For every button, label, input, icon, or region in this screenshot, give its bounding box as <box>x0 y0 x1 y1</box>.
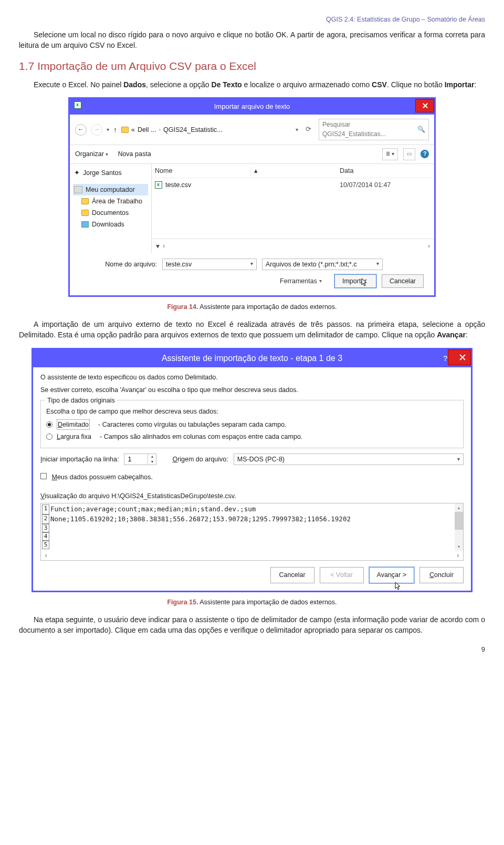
search-input[interactable]: Pesquisar QGIS24_Estatisticas... 🔍 <box>319 119 429 140</box>
filename-field[interactable]: teste.csv▾ <box>162 259 257 270</box>
page-number: 9 <box>19 645 485 655</box>
cursor-icon <box>361 278 369 287</box>
history-dropdown[interactable]: ▾ <box>107 126 109 134</box>
computer-icon <box>74 186 82 193</box>
headers-checkbox[interactable] <box>40 473 47 479</box>
breadcrumb[interactable]: « Dell ... › QGIS24_Estatistic... <box>121 125 223 135</box>
preview-pane-button[interactable]: ▭ <box>403 148 415 160</box>
file-list-header[interactable]: Nome ▴ Data <box>152 164 434 178</box>
search-icon: 🔍 <box>417 125 425 134</box>
data-type-group: Tipo de dados originais Escolha o tipo d… <box>40 400 464 448</box>
radio-fixed-label: Largura fixa <box>57 432 91 441</box>
back-button[interactable]: < Voltar <box>320 567 364 583</box>
file-row[interactable]: teste.csv 10/07/2014 01:47 <box>152 178 434 192</box>
close-button[interactable] <box>415 99 434 112</box>
organize-menu[interactable]: Organizar ▾ <box>75 149 108 159</box>
figure-15-caption: Figura 15. Assistente para importação de… <box>19 597 485 607</box>
preview-label: Visualização do arquivo H:\QGIS24_Estati… <box>40 491 464 501</box>
figure-14-caption: Figura 14. Assistente para importação de… <box>19 302 485 312</box>
nav-fwd-button[interactable]: → <box>91 124 102 136</box>
text-import-wizard-dialog: Assistente de importação de texto - etap… <box>32 348 472 592</box>
radio-fixed-desc: - Campos são alinhados em colunas com es… <box>100 432 302 441</box>
spin-down-icon[interactable]: ▼ <box>148 459 156 465</box>
paragraph-4: Na etapa seguinte, o usuário deve indica… <box>19 614 485 636</box>
cursor-icon <box>395 582 402 591</box>
scroll-down-icon: ▾ <box>455 542 463 551</box>
radio-delimited-label: Delimitado <box>57 419 90 430</box>
vertical-scrollbar[interactable]: ▴ ▾ <box>455 503 463 551</box>
radio-fixed-width[interactable] <box>46 434 52 440</box>
filename-label: Nome do arquivo: <box>78 260 157 269</box>
next-button[interactable]: Avançar > <box>369 567 414 583</box>
cancel-button[interactable]: Cancelar <box>382 274 424 288</box>
chevron-down-icon: ▾ <box>156 241 160 251</box>
page-header: QGIS 2.4: Estatísticas de Grupo – Somató… <box>19 15 485 24</box>
import-button[interactable]: Importar <box>334 274 376 288</box>
spin-up-icon[interactable]: ▲ <box>148 454 156 459</box>
help-icon[interactable] <box>421 150 429 158</box>
finish-button[interactable]: Concluir <box>419 567 464 583</box>
folder-tree[interactable]: ✦Jorge Santos Meu computador Área de Tra… <box>70 164 152 253</box>
nav-back-button[interactable]: ← <box>75 124 87 136</box>
file-origin-label: Origem do arquivo: <box>172 455 228 464</box>
radio-delimited[interactable] <box>46 421 52 428</box>
radio-delimited-desc: - Caracteres como vírgulas ou tabulações… <box>98 420 287 429</box>
start-row-label: Iniciar importação na linha: <box>40 455 119 464</box>
section-number: 1.7 <box>19 60 34 72</box>
file-origin-select[interactable]: MS-DOS (PC-8)▾ <box>234 454 464 465</box>
view-mode-button[interactable]: ≣ ▾ <box>382 148 398 160</box>
dialog2-title: Assistente de importação de texto - etap… <box>162 352 342 364</box>
close-button[interactable] <box>448 349 471 365</box>
horizontal-scrollbar[interactable]: ▾ ‹› <box>152 239 434 253</box>
tools-menu[interactable]: Ferramentas ▾ <box>280 276 322 286</box>
open-file-dialog: Importar arquivo de texto ← → ▾ ↑ « Dell… <box>68 97 436 296</box>
headers-checkbox-label: Meus dados possuem cabeçalhos. <box>51 473 152 481</box>
intro-paragraph: Selecione um local no disco rígido para … <box>19 29 485 51</box>
excel-icon <box>74 101 81 112</box>
folder-icon <box>81 210 89 216</box>
horizontal-scrollbar[interactable]: ‹› <box>41 551 463 560</box>
folder-icon <box>81 198 89 204</box>
refresh-icon[interactable]: ⟳ <box>306 125 311 135</box>
data-preview[interactable]: 1Function;average;count;max;median;min;s… <box>40 503 464 561</box>
downloads-icon <box>81 221 89 228</box>
start-row-input[interactable]: ▲▼ <box>124 454 156 465</box>
help-button[interactable]: ? <box>443 353 448 364</box>
close-icon <box>453 354 459 360</box>
dialog2-titlebar: Assistente de importação de texto - etap… <box>33 349 471 367</box>
wizard-intro-text: O assistente de texto especificou os dad… <box>40 373 464 395</box>
new-folder-button[interactable]: Nova pasta <box>118 149 151 159</box>
section-heading: 1.7Importação de um Arquivo CSV para o E… <box>19 58 485 74</box>
paragraph-3: A importação de um arquivo externo de te… <box>19 319 485 341</box>
cancel-button[interactable]: Cancelar <box>270 567 314 583</box>
dialog1-titlebar: Importar arquivo de texto <box>70 99 434 115</box>
file-type-filter[interactable]: Arquivos de texto (*.prn;*.txt;*.c▾ <box>262 259 383 270</box>
scroll-up-icon: ▴ <box>455 503 463 512</box>
dialog1-title: Importar arquivo de texto <box>214 102 290 112</box>
paragraph-2: Execute o Excel. No painel Dados, seleci… <box>19 79 485 90</box>
breadcrumb-dropdown[interactable]: ▾ <box>296 126 298 134</box>
close-icon <box>422 103 427 108</box>
nav-up-button[interactable]: ↑ <box>113 125 117 135</box>
csv-file-icon <box>155 181 162 189</box>
group-subtitle: Escolha o tipo de campo que melhor descr… <box>46 407 458 416</box>
section-title: Importação de um Arquivo CSV para o Exce… <box>37 60 256 72</box>
folder-icon <box>121 127 129 133</box>
sort-indicator-icon: ▴ <box>250 166 340 176</box>
